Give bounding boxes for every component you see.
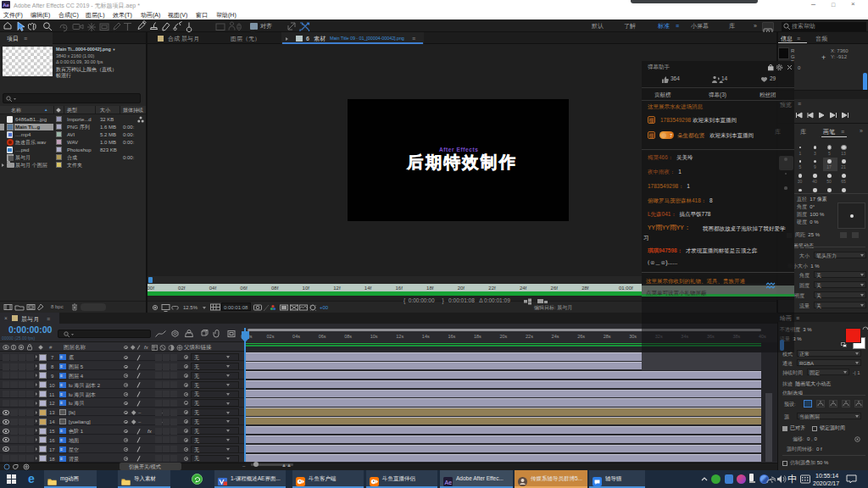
svg-text:Ae: Ae bbox=[445, 480, 453, 485]
